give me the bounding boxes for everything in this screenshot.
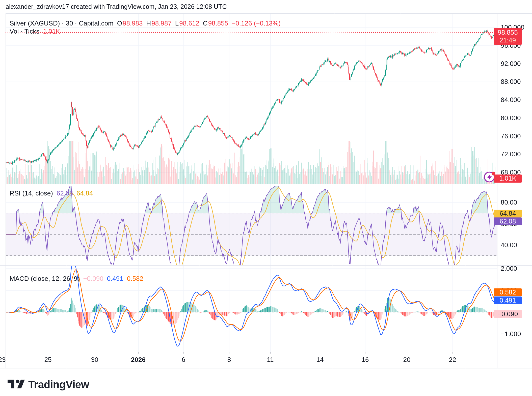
time-axis-label: 14 (316, 356, 324, 364)
time-axis-label: 16 (362, 356, 369, 364)
price-axis-label: 88.000 (501, 78, 521, 86)
ohlc-high: H98.987 (146, 19, 172, 27)
attribution-text: alexander_zdravkov17 created with Tradin… (6, 3, 227, 10)
macd-signal-value: 0.582 (127, 275, 143, 283)
time-axis-label: 8 (227, 356, 231, 364)
ohlc-open: O98.983 (117, 19, 143, 27)
ohlc-low: L98.612 (175, 19, 199, 27)
rsi-axis-label: 80.00 (501, 199, 517, 206)
time-axis-label: 11 (267, 356, 274, 364)
symbol-title[interactable]: Silver (XAGUSD) · 30 · Capital.com (10, 19, 114, 27)
symbol-legend-row[interactable]: Silver (XAGUSD) · 30 · Capital.com O98.9… (10, 19, 281, 27)
macd-hist-value: −0.090 (83, 275, 103, 283)
price-change: −0.126 (−0.13%) (232, 19, 281, 27)
tradingview-logo[interactable]: TradingView (8, 378, 89, 391)
time-axis-label: 20 (403, 356, 411, 364)
macd-signal-badge: 0.582 (494, 288, 522, 296)
price-badge: 98.85521:49 (494, 28, 522, 45)
time-axis-label: 2026 (131, 356, 146, 364)
macd-hist-badge: −0.090 (494, 310, 522, 318)
macd-axis-label: −1.000 (501, 330, 521, 338)
time-axis-label: 6 (182, 356, 185, 364)
price-axis-label: 76.000 (501, 132, 521, 140)
macd-value: 0.491 (107, 275, 123, 283)
price-axis-label: 84.000 (501, 96, 521, 104)
price-chart-canvas[interactable] (0, 0, 532, 396)
rsi-label: RSI (14, close) (10, 189, 53, 197)
macd-badge: 0.491 (494, 296, 522, 304)
volume-value: 1.01K (43, 28, 60, 35)
rsi-badge: 62.08 (494, 217, 522, 225)
tradingview-logo-text: TradingView (28, 379, 89, 391)
price-axis-label: 80.000 (501, 114, 521, 122)
macd-legend-row[interactable]: MACD (close, 12, 26, 9) −0.090 0.491 0.5… (10, 275, 143, 283)
rsi-ma-badge: 64.84 (494, 210, 522, 217)
macd-label: MACD (close, 12, 26, 9) (10, 275, 79, 283)
tradingview-chart: alexander_zdravkov17 created with Tradin… (0, 0, 532, 396)
ohlc-close: C98.855 (203, 19, 228, 27)
price-axis-label: 92.000 (501, 60, 521, 68)
volume-badge: 1.01K (494, 175, 522, 183)
rsi-ma-value: 64.84 (76, 189, 93, 197)
rsi-value: 62.08 (57, 189, 73, 197)
time-axis-label: 23 (0, 356, 6, 364)
macd-axis-label: 2.000 (501, 265, 517, 273)
volume-label: Vol · Ticks (10, 28, 39, 35)
time-axis-label: 22 (449, 356, 456, 364)
rsi-legend-row[interactable]: RSI (14, close) 62.08 64.84 (10, 189, 93, 197)
tradingview-logo-icon (8, 378, 25, 391)
rsi-axis-label: 40.00 (501, 241, 517, 249)
price-axis-label: 72.000 (501, 150, 521, 158)
volume-legend-row[interactable]: Vol · Ticks 1.01K (10, 28, 60, 35)
time-axis-label: 30 (91, 356, 98, 364)
time-axis-label: 25 (44, 356, 52, 364)
